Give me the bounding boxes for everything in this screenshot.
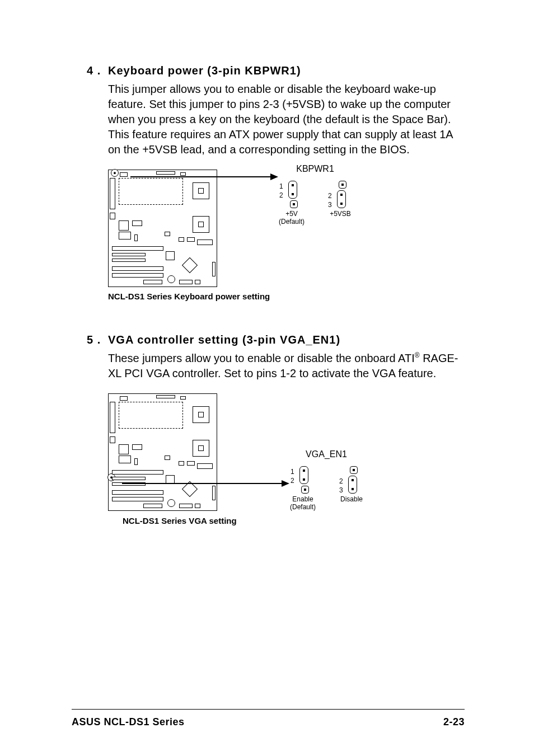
- jumper-title: KBPWR1: [279, 164, 352, 174]
- section-number: 5 .: [87, 334, 108, 346]
- jumper-settings-vga: VGA_EN1 1 2 Enable (Default): [290, 449, 363, 511]
- registered-mark: ®: [415, 351, 420, 359]
- callout-marker: ●: [111, 169, 119, 177]
- figure-kbpwr: ●: [108, 170, 465, 287]
- section-title: Keyboard power (3-pin KBPWR1): [108, 64, 301, 77]
- motherboard-diagram: ●: [108, 393, 217, 511]
- figure-caption: NCL-DS1 Series Keyboard power setting: [108, 292, 465, 301]
- section-number: 4 .: [87, 64, 108, 77]
- section-heading: 5 . VGA controller setting (3-pin VGA_EN…: [87, 334, 465, 346]
- jumper-sublabel: (Default): [290, 503, 316, 511]
- jumper-label: +5V: [279, 210, 305, 218]
- jumper-settings-kbpwr: KBPWR1 1 2 +5V (Default): [279, 164, 352, 226]
- jumper-option-disable: 2 3 Disable: [340, 466, 363, 511]
- section-body: These jumpers allow you to enable or dis…: [108, 351, 465, 381]
- jumper-label: +5VSB: [329, 210, 352, 218]
- section-heading: 4 . Keyboard power (3-pin KBPWR1): [87, 64, 465, 77]
- section-vga-controller: 5 . VGA controller setting (3-pin VGA_EN…: [87, 334, 465, 525]
- section-body: This jumper allows you to enable or disa…: [108, 82, 465, 157]
- section-title: VGA controller setting (3-pin VGA_EN1): [108, 334, 340, 346]
- callout-arrow: [217, 170, 279, 287]
- figure-vga: ●: [108, 393, 465, 511]
- jumper-option-5vsb: 2 3 +5VSB: [329, 181, 352, 226]
- jumper-option-enable: 1 2 Enable (Default): [290, 466, 316, 511]
- footer-page-number: 2-23: [443, 716, 465, 728]
- footer-series: ASUS NCL-DS1 Series: [72, 716, 185, 728]
- page-footer: ASUS NCL-DS1 Series 2-23: [72, 709, 465, 728]
- motherboard-diagram: ●: [108, 170, 217, 287]
- callout-arrow: [217, 393, 290, 511]
- section-keyboard-power: 4 . Keyboard power (3-pin KBPWR1) This j…: [87, 64, 465, 301]
- jumper-title: VGA_EN1: [290, 449, 363, 459]
- figure-caption: NCL-DS1 Series VGA setting: [123, 516, 465, 525]
- jumper-label: Enable: [290, 495, 316, 503]
- jumper-sublabel: (Default): [279, 218, 305, 226]
- jumper-label: Disable: [340, 495, 363, 503]
- jumper-option-5v: 1 2 +5V (Default): [279, 181, 305, 226]
